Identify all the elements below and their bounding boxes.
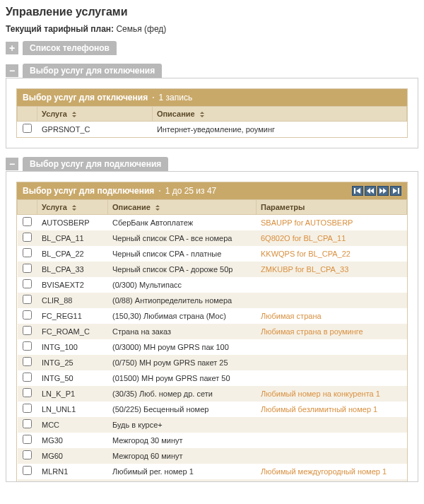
- param-link[interactable]: Любимая страна: [261, 312, 322, 320]
- cell-params: [257, 355, 407, 370]
- collapse-icon[interactable]: −: [6, 64, 18, 77]
- cell-desc: Любимый рег. номер 3: [108, 479, 257, 482]
- row-checkbox[interactable]: [23, 217, 32, 226]
- cell-desc: Интернет-уведомление, роуминг: [152, 122, 406, 137]
- pager-next-icon[interactable]: [377, 186, 389, 196]
- param-link[interactable]: 6Q802O for BL_CPA_11: [261, 234, 346, 242]
- row-checkbox[interactable]: [23, 419, 32, 428]
- table-row[interactable]: FC_REG11(150,30) Любимая страна (Мос)Люб…: [18, 308, 407, 324]
- table-row[interactable]: MCCБудь в курсе+: [18, 417, 407, 433]
- cell-service: AUTOSBERP: [37, 215, 108, 230]
- cell-service: LN_K_P1: [37, 386, 108, 402]
- col-service[interactable]: Услуга: [37, 107, 153, 122]
- cell-params: ZMKUBP for BL_CPA_33: [257, 262, 407, 277]
- cell-desc: (0/88) Антиопределитель номера: [108, 293, 257, 308]
- col-checkbox: [18, 200, 37, 215]
- col-checkbox: [18, 107, 37, 122]
- param-link[interactable]: SBAUPP for AUTOSBERP: [261, 218, 353, 227]
- row-checkbox[interactable]: [23, 124, 32, 133]
- col-params[interactable]: Параметры: [257, 200, 407, 215]
- cell-desc: (0/3000) МН роум GPRS пак 100: [108, 339, 257, 355]
- sort-icon[interactable]: [154, 204, 161, 211]
- cell-params: KKWQPS for BL_CPA_22: [257, 246, 407, 262]
- table-row[interactable]: INTG_50(01500) МН роум GPRS пакет 50: [18, 370, 407, 386]
- table-row[interactable]: BL_CPA_11Черный список CPA - все номера6…: [18, 230, 407, 246]
- expand-icon[interactable]: +: [6, 42, 18, 54]
- cell-params: Любимый междугородный номер 1: [257, 464, 407, 479]
- svg-marker-10: [393, 188, 397, 194]
- param-link[interactable]: ZMKUBP for BL_CPA_33: [261, 265, 348, 274]
- table-row[interactable]: BVISAEXT2(0/300) Мультипасс: [18, 277, 407, 293]
- param-link[interactable]: KKWQPS for BL_CPA_22: [261, 250, 351, 258]
- enable-panel-title: Выбор услуг для подключения: [23, 186, 154, 196]
- col-service[interactable]: Услуга: [37, 200, 108, 215]
- row-checkbox[interactable]: [23, 388, 32, 397]
- row-checkbox[interactable]: [23, 233, 32, 242]
- pager-last-icon[interactable]: [390, 186, 401, 196]
- cell-desc: Черный список CPA - все номера: [108, 230, 257, 246]
- table-row[interactable]: GPRSNOT_CИнтернет-уведомление, роуминг: [18, 122, 407, 137]
- svg-marker-0: [72, 112, 76, 114]
- param-link[interactable]: Любимая страна в роуминге: [261, 327, 363, 336]
- table-row[interactable]: MLRN1Любимый рег. номер 1Любимый междуго…: [18, 464, 407, 479]
- cell-desc: Любимый рег. номер 1: [108, 464, 257, 479]
- col-desc[interactable]: Описание: [108, 200, 257, 215]
- row-checkbox[interactable]: [23, 295, 32, 304]
- row-checkbox[interactable]: [23, 435, 32, 444]
- sort-icon[interactable]: [199, 111, 206, 118]
- sort-icon[interactable]: [71, 111, 78, 118]
- row-checkbox[interactable]: [23, 248, 32, 257]
- table-row[interactable]: FC_ROAM_CСтрана на заказЛюбимая страна в…: [18, 324, 407, 339]
- svg-marker-13: [72, 209, 76, 211]
- col-desc[interactable]: Описание: [152, 107, 406, 122]
- cell-service: MLRN3: [37, 479, 108, 482]
- table-row[interactable]: BL_CPA_22Черный список CPA - платныеKKWQ…: [18, 246, 407, 262]
- collapse-icon[interactable]: −: [6, 158, 18, 170]
- row-checkbox[interactable]: [23, 279, 32, 288]
- table-row[interactable]: CLIR_88(0/88) Антиопределитель номера: [18, 293, 407, 308]
- cell-params: Любимая страна в роуминге: [257, 324, 407, 339]
- row-checkbox[interactable]: [23, 404, 32, 413]
- row-checkbox[interactable]: [23, 341, 32, 351]
- param-link[interactable]: Любимый безлимитный номер 1: [261, 405, 377, 414]
- table-row[interactable]: BL_CPA_33Черный список CPA - дороже 50рZ…: [18, 262, 407, 277]
- svg-marker-1: [72, 115, 76, 117]
- section-enable-title[interactable]: Выбор услуг для подключения: [23, 157, 168, 171]
- param-link[interactable]: Любимый номер на конкурента 1: [261, 389, 380, 398]
- row-checkbox[interactable]: [23, 326, 32, 335]
- cell-params: SBAUPP for AUTOSBERP: [257, 215, 407, 230]
- disable-record-count: 1 запись: [159, 93, 193, 102]
- row-checkbox[interactable]: [23, 373, 32, 382]
- param-link[interactable]: Любимый междугородный номер 1: [261, 467, 387, 476]
- cell-desc: Черный список CPA - платные: [108, 246, 257, 262]
- row-checkbox[interactable]: [23, 450, 32, 459]
- row-checkbox[interactable]: [23, 481, 32, 482]
- cell-service: INTG_50: [37, 370, 108, 386]
- row-checkbox[interactable]: [23, 310, 32, 320]
- table-row[interactable]: MLRN3Любимый рег. номер 3Любимый междуго…: [18, 479, 407, 482]
- cell-service: MG30: [37, 433, 108, 448]
- table-row[interactable]: AUTOSBERPСберБанк АвтоплатежSBAUPP for A…: [18, 215, 407, 230]
- svg-marker-5: [356, 188, 360, 194]
- table-row[interactable]: MG60Межгород 60 минут: [18, 448, 407, 464]
- page-title: Управление услугами: [6, 6, 418, 18]
- table-row[interactable]: LN_UNL1(50/225) Бесценный номерЛюбимый б…: [18, 402, 407, 417]
- section-disable-title[interactable]: Выбор услуг для отключения: [23, 64, 162, 78]
- sort-icon[interactable]: [71, 204, 78, 211]
- svg-marker-9: [383, 188, 387, 194]
- pager-prev-icon[interactable]: [365, 186, 376, 196]
- table-row[interactable]: INTG_25(0/750) МН роум GPRS пакет 25: [18, 355, 407, 370]
- svg-marker-6: [367, 188, 370, 194]
- row-checkbox[interactable]: [23, 264, 32, 273]
- row-checkbox[interactable]: [23, 357, 32, 366]
- table-row[interactable]: MG30Межгород 30 минут: [18, 433, 407, 448]
- table-row[interactable]: LN_K_P1(30/35) Люб. номер др. сетиЛюбимы…: [18, 386, 407, 402]
- pager: [352, 186, 401, 196]
- cell-service: FC_ROAM_C: [37, 324, 108, 339]
- svg-rect-4: [354, 188, 355, 194]
- row-checkbox[interactable]: [23, 466, 32, 475]
- table-row[interactable]: INTG_100(0/3000) МН роум GPRS пак 100: [18, 339, 407, 355]
- section-phones-title[interactable]: Список телефонов: [23, 41, 117, 55]
- pager-first-icon[interactable]: [352, 186, 363, 196]
- cell-desc: Межгород 60 минут: [108, 448, 257, 464]
